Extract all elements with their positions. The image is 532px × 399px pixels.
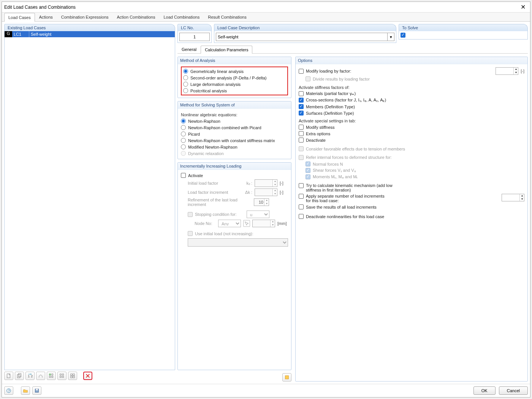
solving-legend: Method for Solving System of — [178, 101, 291, 109]
svg-rect-0 — [7, 374, 10, 378]
activate-stiffness-header: Activate stiffness factors of: — [299, 85, 524, 90]
lcno-input[interactable] — [179, 33, 210, 41]
existing-load-cases-header: Existing Load Cases — [4, 24, 175, 31]
save-icon[interactable] — [32, 386, 41, 395]
modify-loading-check[interactable]: Modify loading by factor: ▴▾ [-] — [299, 66, 524, 76]
svg-rect-5 — [52, 374, 53, 375]
settings-icon[interactable] — [282, 373, 291, 382]
divide-results-check: Divide results by loading factor — [299, 76, 524, 82]
load-factor-increment-label: Load factor increment — [188, 190, 241, 195]
stopping-condition-check: Stopping condition for: u — [181, 210, 288, 219]
sub-tabstrip: General Calculation Parameters — [177, 45, 528, 54]
grid-icon[interactable] — [68, 372, 77, 380]
deactivate-check[interactable]: Deactivate — [299, 137, 524, 143]
refinement-input: ▴▾ — [254, 198, 269, 206]
svg-rect-20 — [36, 389, 38, 391]
cancel-button[interactable]: Cancel — [499, 386, 528, 395]
description-input[interactable] — [216, 33, 388, 41]
method-of-analysis-legend: Method of Analysis — [178, 57, 291, 64]
load-factor-increment-input: ▴▾ — [255, 188, 277, 196]
radio-picard[interactable]: Picard — [181, 131, 288, 137]
ok-button[interactable]: OK — [473, 386, 496, 395]
svg-rect-9 — [62, 374, 64, 375]
cross-sections-check[interactable]: Cross-sections (factor for J, Iᵧ, Iᵩ, A,… — [299, 97, 524, 103]
refinement-label: Refinement of the last load increment — [188, 198, 252, 207]
initial-load-factor-input: ▴▾ — [255, 179, 277, 187]
initial-load-factor-label: Initial load factor — [188, 181, 241, 185]
radio-nr-picard[interactable]: Newton-Raphson combined with Picard — [181, 124, 288, 131]
tab-action-combinations[interactable]: Action Combinations — [113, 13, 160, 21]
svg-rect-14 — [71, 376, 72, 378]
method-of-analysis-group: Method of Analysis Geometrically linear … — [177, 57, 291, 98]
copy-icon[interactable] — [15, 372, 24, 380]
refer-internal-forces-check: Refer internal forces to deformed struct… — [299, 154, 524, 161]
solving-subheader: Nonlinear algebraic equations: — [181, 112, 288, 117]
renumber-icon[interactable]: 1 2 — [25, 372, 35, 380]
radio-geom-linear[interactable]: Geometrically linear analysis — [183, 68, 286, 74]
svg-rect-11 — [62, 376, 64, 378]
radio-dynamic-relaxation: Dynamic relaxation — [181, 150, 288, 157]
help-icon[interactable]: ? — [4, 386, 13, 395]
tab-result-combinations[interactable]: Result Combinations — [204, 13, 251, 21]
new-icon[interactable] — [4, 372, 13, 380]
delete-icon[interactable] — [83, 372, 92, 380]
save-results-check[interactable]: Save the results of all load increments — [299, 204, 524, 210]
subtab-calculation-parameters[interactable]: Calculation Parameters — [201, 46, 252, 54]
chevron-down-icon[interactable]: ▾ — [388, 33, 394, 41]
node-no-label: Node No: — [195, 221, 216, 226]
modify-loading-input[interactable]: ▴▾ — [496, 67, 518, 75]
uncheck-all-icon[interactable] — [57, 372, 66, 380]
materials-check[interactable]: Materials (partial factor γₘ) — [299, 90, 524, 97]
highlight-box: Geometrically linear analysis Second-ord… — [181, 66, 288, 95]
normal-forces-check: Normal forces N — [299, 161, 524, 167]
check-all-icon[interactable] — [47, 372, 56, 380]
tab-load-cases[interactable]: Load Cases — [4, 13, 35, 22]
table-row[interactable]: G LC1 Self-weight — [5, 31, 175, 37]
extra-options-check[interactable]: Extra options — [299, 130, 524, 137]
row-desc: Self-weight — [29, 31, 175, 37]
solve-label: To Solve — [399, 24, 528, 31]
solve-checkbox[interactable] — [401, 33, 405, 38]
close-icon[interactable]: ✕ — [518, 3, 528, 11]
options-group: Options Modify loading by factor: ▴▾ [-]… — [295, 57, 528, 382]
pick-node-icon — [243, 220, 250, 227]
modify-stiffness-check[interactable]: Modify stiffness — [299, 124, 524, 130]
apply-separate-check[interactable]: Apply separate number of load increments… — [299, 193, 524, 204]
surfaces-check[interactable]: Surfaces (Definition Type) — [299, 110, 524, 116]
svg-rect-15 — [73, 376, 74, 378]
tab-combination-expressions[interactable]: Combination Expressions — [57, 13, 113, 21]
radio-newton-raphson[interactable]: Newton-Raphson — [181, 118, 288, 124]
svg-rect-8 — [60, 374, 62, 375]
activate-incremental[interactable]: Activate — [181, 172, 288, 179]
radio-nr-constant[interactable]: Newton-Raphson with constant stiffness m… — [181, 137, 288, 144]
stopping-variable-select: u — [247, 211, 269, 218]
svg-rect-13 — [73, 374, 74, 375]
tab-load-combinations[interactable]: Load Combinations — [159, 13, 204, 21]
solving-method-group: Method for Solving System of Nonlinear a… — [177, 101, 291, 159]
left-toolbar: 1 2 — [4, 370, 175, 382]
tab-actions[interactable]: Actions — [35, 13, 57, 21]
radio-postcritical[interactable]: Postcritical analysis — [183, 87, 286, 94]
load-cases-table[interactable]: G LC1 Self-weight — [4, 31, 175, 370]
desc-label: Load Case Description — [214, 24, 396, 31]
radio-second-order[interactable]: Second-order analysis (P-Delta / P-delta… — [183, 74, 286, 81]
link-icon[interactable] — [36, 372, 45, 380]
deactivate-nonlinearities-check[interactable]: Deactivate nonlinearities for this load … — [299, 213, 524, 220]
svg-rect-1 — [17, 375, 20, 378]
incremental-legend: Incrementally Increasing Loading — [178, 163, 291, 170]
shear-forces-check: Shear forces Vᵧ and Vᵩ — [299, 167, 524, 174]
radio-modified-nr[interactable]: Modified Newton-Raphson — [181, 144, 288, 150]
kinematic-check[interactable]: Try to calculate kinematic mechanism (ad… — [299, 182, 524, 193]
initial-load-select — [188, 238, 288, 247]
lcno-label: LC No. — [177, 24, 212, 31]
radio-large-deformation[interactable]: Large deformation analysis — [183, 81, 286, 87]
subtab-general[interactable]: General — [177, 45, 201, 53]
options-legend: Options — [296, 57, 527, 64]
svg-rect-6 — [49, 376, 51, 378]
row-id: LC1 — [12, 31, 29, 37]
members-check[interactable]: Members (Definition Type) — [299, 103, 524, 110]
svg-text:?: ? — [8, 388, 10, 393]
open-icon[interactable] — [21, 386, 30, 395]
separate-increments-input[interactable]: ▴▾ — [502, 194, 524, 201]
svg-rect-16 — [285, 376, 289, 379]
